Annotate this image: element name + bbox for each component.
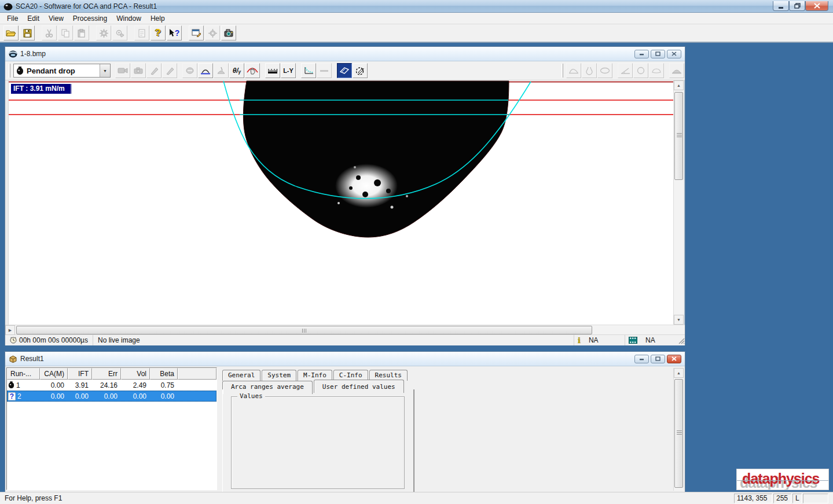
fit-sessile-button[interactable] — [566, 63, 581, 78]
scroll-thumb[interactable] — [674, 379, 683, 488]
edit-tool2-button[interactable] — [162, 63, 177, 78]
context-help-icon: ? — [175, 28, 180, 38]
photo-capture-button[interactable] — [131, 63, 146, 78]
column-header-ift[interactable]: IFT — [68, 368, 92, 380]
column-header-vol[interactable]: Vol — [121, 368, 150, 380]
camera-icon — [224, 29, 234, 37]
toolbar-gripper[interactable] — [9, 64, 10, 78]
scroll-up-button[interactable]: ▲ — [674, 80, 684, 90]
fit-oval-button[interactable] — [649, 63, 664, 78]
image-vertical-scrollbar[interactable]: ▲ ▼ — [673, 80, 683, 325]
theta-gamma-button[interactable]: θ/ᵧ — [229, 63, 244, 78]
fit-dome-button[interactable] — [669, 63, 684, 78]
device-settings-button[interactable] — [205, 25, 220, 41]
result-maximize-button[interactable] — [651, 355, 665, 363]
resize-grip-icon[interactable] — [677, 336, 685, 344]
ift-result-badge: IFT : 3.91 mN/m — [11, 84, 72, 94]
baseline-button[interactable] — [317, 63, 332, 78]
result-window-titlebar[interactable]: Result1 — [5, 352, 685, 366]
result-window-icon — [9, 355, 17, 363]
column-header-run[interactable]: Run-... — [7, 368, 40, 380]
fit-pendant-button[interactable] — [582, 63, 597, 78]
menu-window[interactable]: Window — [112, 13, 146, 24]
scroll-right-button[interactable]: ▶ — [5, 325, 15, 335]
scroll-thumb-h[interactable] — [16, 326, 592, 334]
result-vertical-scrollbar[interactable]: ▲ — [673, 368, 683, 491]
column-header-beta[interactable]: Beta — [150, 368, 178, 380]
sessile-fit-button[interactable] — [198, 63, 213, 78]
column-header-err[interactable]: Err — [92, 368, 121, 380]
window-title: SCA20 - Software for OCA and PCA - Resul… — [16, 2, 157, 10]
fit-ellipse-button[interactable] — [597, 63, 612, 78]
tab-user-defined-values[interactable]: User defined values — [314, 380, 404, 393]
column-header-blank[interactable] — [178, 368, 216, 380]
scroll-down-button[interactable]: ▼ — [674, 315, 684, 325]
image-horizontal-scrollbar[interactable]: ◀ ▶ — [5, 325, 685, 334]
result-minimize-button[interactable] — [634, 355, 649, 363]
laplace-young-button[interactable]: L-Y — [281, 63, 296, 78]
copy-button[interactable] — [58, 25, 73, 41]
image-window-icon — [9, 50, 17, 58]
video-capture-button[interactable] — [115, 63, 130, 78]
cut-button[interactable] — [42, 25, 57, 41]
drop-image-canvas[interactable]: IFT : 3.91 mN/m — [9, 80, 673, 325]
scroll-up-button[interactable]: ▲ — [674, 368, 684, 378]
decay-curve-button[interactable] — [301, 63, 316, 78]
result-close-button[interactable] — [667, 355, 681, 363]
restore-button[interactable] — [789, 1, 805, 11]
ellipse-shape-icon — [600, 67, 610, 74]
column-header-ca[interactable]: CA(M) — [40, 368, 68, 380]
needle-drop-button[interactable] — [214, 63, 229, 78]
results-table[interactable]: Run-... CA(M) IFT Err Vol Beta 1 0.00 — [6, 367, 217, 490]
settings-hand-button[interactable] — [112, 25, 127, 41]
settings-button[interactable] — [96, 25, 111, 41]
context-help-button[interactable]: ? — [167, 25, 182, 41]
window-new-button[interactable] — [189, 25, 204, 41]
fit-tangent-button[interactable] — [618, 63, 633, 78]
scale-button[interactable] — [265, 63, 280, 78]
menu-file[interactable]: File — [2, 13, 23, 24]
close-button[interactable] — [805, 1, 828, 11]
save-button[interactable] — [20, 25, 35, 41]
main-statusbar: For Help, press F1 1143, 355 255 L — [0, 492, 833, 504]
fit-circle-button[interactable] — [633, 63, 648, 78]
flat-drop-icon — [651, 68, 662, 73]
image-window-titlebar[interactable]: 1-8.bmp — [5, 47, 685, 61]
up-arrow-icon: ▲ — [677, 371, 681, 375]
tab-general[interactable]: General — [222, 370, 260, 381]
timestamp-text: 00h 00m 00s 00000µs — [19, 336, 88, 344]
pendant-drop-icon — [16, 67, 24, 75]
open-button[interactable] — [3, 25, 19, 41]
ift-value: 3.91 — [68, 381, 92, 389]
report-button[interactable] — [134, 25, 149, 41]
baseline-ellipse-button[interactable] — [182, 63, 197, 78]
menu-processing[interactable]: Processing — [68, 13, 112, 24]
chevron-down-icon[interactable]: ▼ — [100, 64, 110, 77]
toolbar-gripper2[interactable] — [562, 64, 563, 78]
edit-tool-button[interactable] — [146, 63, 162, 78]
right-arrow-icon: ▶ — [9, 328, 12, 333]
menu-view[interactable]: View — [44, 13, 68, 24]
scroll-thumb[interactable] — [674, 92, 683, 180]
drop-type-value: Pendant drop — [27, 67, 100, 75]
snapshot-button[interactable] — [221, 25, 236, 41]
drop-type-select[interactable]: Pendant drop ▼ — [13, 64, 111, 78]
menu-help[interactable]: Help — [146, 13, 170, 24]
tab-system[interactable]: System — [262, 370, 296, 381]
help-button[interactable]: ? — [151, 25, 166, 41]
magic-select-button[interactable] — [353, 63, 368, 78]
table-row-selected[interactable]: ? 2 0.00 0.00 0.00 0.00 0.00 — [7, 391, 216, 402]
live-status-cell: No live image — [93, 335, 145, 345]
minimize-button[interactable] — [773, 1, 789, 11]
manual-fit-button[interactable] — [245, 63, 260, 78]
image-minimize-button[interactable] — [634, 50, 649, 58]
up-arrow-icon: ▲ — [677, 83, 681, 87]
image-close-button[interactable] — [667, 50, 681, 58]
table-row[interactable]: 1 0.00 3.91 24.16 2.49 0.75 — [7, 380, 216, 391]
menu-edit[interactable]: Edit — [23, 13, 44, 24]
paste-button[interactable] — [74, 25, 89, 41]
frame-na-value: NA — [589, 336, 599, 344]
eraser-mode-button[interactable] — [337, 63, 352, 78]
ca-value: 0.00 — [40, 381, 68, 389]
image-maximize-button[interactable] — [651, 50, 665, 58]
